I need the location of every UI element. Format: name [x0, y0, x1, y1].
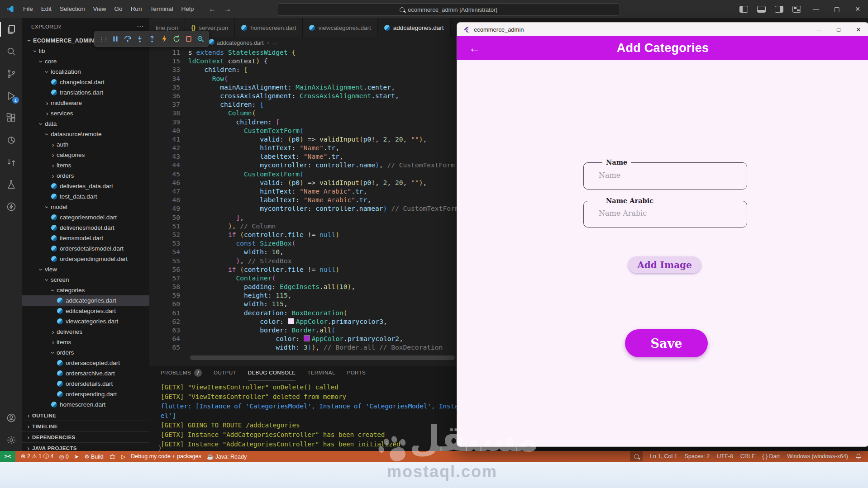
tree-item[interactable]: ordersaccepted.dart	[22, 358, 149, 368]
command-center-search[interactable]: ecommerce_admin [Administrator]	[277, 3, 620, 16]
os-indicator[interactable]: Windows (windows-x64)	[787, 453, 848, 460]
menu-go[interactable]: Go	[110, 0, 127, 18]
build-button[interactable]: ⚙ Build	[84, 453, 103, 460]
tree-item[interactable]: ordersdetails.dart	[22, 379, 149, 389]
tree-item[interactable]: test_data.dart	[22, 191, 149, 202]
spaces-indicator[interactable]: Spaces: 2	[685, 453, 710, 460]
bug-icon[interactable]	[109, 453, 116, 460]
source-control-icon[interactable]	[0, 62, 22, 85]
debug-config-label[interactable]: Debug my code + packages	[131, 453, 201, 460]
menu-view[interactable]: View	[89, 0, 110, 18]
tab-homescreen.dart[interactable]: homescreen.dart	[235, 18, 303, 37]
java-status[interactable]: ☕ Java: Ready	[207, 453, 247, 460]
step-into-icon[interactable]	[136, 35, 144, 43]
tree-item[interactable]: ›model	[22, 202, 149, 212]
horizontal-scrollbar[interactable]	[190, 355, 455, 360]
encoding-indicator[interactable]: UTF-8	[717, 453, 733, 460]
pause-icon[interactable]	[111, 35, 119, 43]
tree-item[interactable]: ›items	[22, 160, 149, 171]
test-adapter-icon[interactable]	[0, 129, 22, 151]
search-panel-icon[interactable]	[0, 40, 22, 62]
sidebar-more-icon[interactable]: ⋯	[137, 23, 144, 31]
tree-item[interactable]: viewcategories.dart	[22, 316, 149, 327]
app-close-button[interactable]: ✕	[849, 23, 868, 36]
panel-tab-output[interactable]: OUTPUT	[214, 365, 236, 380]
run-debug-icon[interactable]: 1	[0, 85, 22, 107]
back-button[interactable]: ←	[209, 5, 216, 13]
tree-item[interactable]: categoriesmodel.dart	[22, 212, 149, 223]
close-button[interactable]: ✕	[847, 0, 868, 18]
tree-item[interactable]: itemsmodel.dart	[22, 233, 149, 243]
extensions-icon[interactable]	[0, 107, 22, 129]
sidebar-section-dependencies[interactable]: ›DEPENDENCIES	[22, 431, 149, 442]
app-maximize-button[interactable]: □	[829, 23, 849, 36]
hot-reload-icon[interactable]	[160, 35, 168, 43]
tree-item[interactable]: homescreen.dart	[22, 399, 149, 410]
tree-item[interactable]: ordersdetailsmodel.dart	[22, 243, 149, 254]
panel-chevron-icon[interactable]: ⟩	[159, 445, 161, 451]
toggle-secondary-sidebar-icon[interactable]	[775, 6, 783, 13]
panel-tab-debug-console[interactable]: DEBUG CONSOLE	[248, 365, 296, 380]
menu-edit[interactable]: Edit	[37, 0, 56, 18]
sidebar-section-java-projects[interactable]: ›JAVA PROJECTS	[22, 442, 149, 451]
accounts-icon[interactable]	[0, 407, 22, 429]
app-titlebar[interactable]: ecommerce_admin — □ ✕	[457, 23, 868, 36]
menu-terminal[interactable]: Terminal	[146, 0, 177, 18]
tree-item[interactable]: deliveries_data.dart	[22, 181, 149, 191]
tree-item[interactable]: ›categories	[22, 285, 149, 295]
launch-icon[interactable]: ➤	[74, 453, 79, 460]
save-button[interactable]: Save	[625, 329, 708, 357]
tree-item[interactable]: orderspending.dart	[22, 389, 149, 399]
tree-item[interactable]: editcategories.dart	[22, 306, 149, 316]
breadcrumb-item[interactable]: addcategories.dart	[209, 39, 264, 46]
remote-indicator[interactable]: ><	[0, 451, 15, 462]
tree-item[interactable]: ordersarchive.dart	[22, 368, 149, 379]
tree-item[interactable]: changelocal.dart	[22, 77, 149, 87]
step-over-icon[interactable]	[124, 35, 132, 43]
tree-item[interactable]: ›orders	[22, 347, 149, 358]
tree-item[interactable]: translations.dart	[22, 87, 149, 98]
tree-item[interactable]: ›localization	[22, 66, 149, 77]
statusbar-search-icon[interactable]	[630, 451, 643, 461]
tree-item[interactable]: orderspendingmodel.dart	[22, 254, 149, 264]
tree-item[interactable]: addcategories.dart	[22, 295, 149, 306]
tab-viewcategories.dart[interactable]: viewcategories.dart	[303, 18, 377, 37]
tree-item[interactable]: ›services	[22, 108, 149, 118]
tree-item[interactable]: ›deliveries	[22, 327, 149, 337]
maximize-button[interactable]: ▢	[826, 0, 847, 18]
language-indicator[interactable]: { } Dart	[762, 453, 780, 460]
settings-gear-icon[interactable]	[0, 429, 22, 451]
breadcrumb-item[interactable]: ...	[273, 39, 277, 46]
tab-addcategories.dart[interactable]: addcategories.dart	[378, 18, 451, 37]
tree-item[interactable]: ›auth	[22, 139, 149, 150]
tree-item[interactable]: ›core	[22, 56, 149, 66]
tree-item[interactable]: ›middleware	[22, 98, 149, 108]
tree-item[interactable]: ›view	[22, 264, 149, 275]
customize-layout-icon[interactable]	[792, 6, 801, 13]
ports-status[interactable]: ◎ 0	[59, 453, 68, 460]
minimize-button[interactable]: —	[806, 0, 826, 18]
restart-icon[interactable]	[172, 35, 181, 43]
tree-item[interactable]: ›lib	[22, 46, 149, 56]
app-back-arrow-icon[interactable]: ←	[469, 41, 481, 55]
testing-flask-icon[interactable]	[0, 173, 22, 195]
tree-item[interactable]: ›items	[22, 337, 149, 347]
toggle-sidebar-icon[interactable]	[739, 6, 748, 13]
drag-grip-icon[interactable]: ⋮⋮	[98, 36, 107, 43]
menu-selection[interactable]: Selection	[56, 0, 89, 18]
widget-inspector-icon[interactable]	[196, 35, 205, 43]
eol-indicator[interactable]: CRLF	[740, 453, 755, 460]
panel-tab-problems[interactable]: PROBLEMS7	[161, 365, 202, 380]
line-col-indicator[interactable]: Ln 1, Col 1	[650, 453, 677, 460]
menu-run[interactable]: Run	[127, 0, 146, 18]
stop-icon[interactable]	[185, 35, 193, 43]
tree-item[interactable]: ›categories	[22, 150, 149, 160]
panel-tab-ports[interactable]: PORTS	[347, 365, 366, 380]
menu-file[interactable]: File	[19, 0, 37, 18]
tree-item[interactable]: deliveriesmodel.dart	[22, 223, 149, 233]
app-minimize-button[interactable]: —	[809, 23, 829, 36]
tree-item[interactable]: ›data	[22, 118, 149, 129]
problems-status[interactable]: ⊗ 2 ⚠ 1 ⓘ 4	[21, 453, 53, 460]
sync-arrows-icon[interactable]	[0, 151, 22, 173]
tree-item[interactable]: ›datasource\remote	[22, 129, 149, 139]
